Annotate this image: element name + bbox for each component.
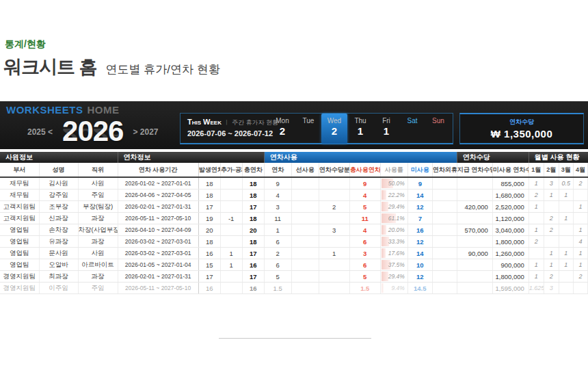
cell-m4: 1	[573, 259, 587, 271]
cell-total: 17	[242, 201, 264, 213]
usage-rate-bar	[382, 225, 386, 235]
cell-paid_allowance	[457, 177, 492, 190]
cell-allowance_part	[319, 236, 349, 248]
cell-m1: 1	[529, 201, 544, 213]
cell-unused_allowance: 1,595,000	[492, 283, 529, 294]
column-header-name: 성명	[39, 163, 78, 177]
this-week-label: This Week	[187, 118, 222, 126]
prev-year-button[interactable]: 2025 <	[27, 127, 53, 137]
cell-unused: 12	[407, 236, 432, 248]
status-table: 사원정보연차정보연차사용연차수당월별 사용 현황부서성명직위연차 사용기간발생연…	[0, 152, 588, 294]
cell-period: 2026-03-02 ~ 2027-03-01	[118, 236, 198, 248]
cell-period: 2026-04-06 ~ 2027-04-05	[118, 190, 198, 201]
cell-total: 18	[242, 177, 264, 190]
cell-adjust	[220, 271, 242, 283]
cell-adjust	[220, 190, 242, 201]
cell-usage_rate: 50.0%	[380, 177, 407, 190]
cell-extra_leave	[432, 190, 457, 201]
cell-extra_leave	[432, 283, 457, 294]
cell-pre_used	[291, 259, 319, 271]
cell-dept: 영업팀	[0, 248, 39, 259]
cell-m3: 1	[559, 248, 573, 259]
table-row: 재무팀김사원사원2026-01-02 ~ 2027-01-0118189950.…	[0, 177, 588, 190]
cell-granted: 19	[198, 213, 220, 224]
cell-used: 1.5	[264, 283, 291, 294]
cell-paid_allowance	[457, 283, 492, 294]
cell-period: 2026-05-11 ~ 2027-05-10	[118, 283, 198, 294]
cell-dept: 경영지원팀	[0, 283, 39, 294]
cell-dept: 고객지원팀	[0, 213, 39, 224]
cell-m3	[559, 201, 573, 213]
day-label: Sun	[425, 117, 451, 125]
cell-m2: 1	[544, 190, 559, 201]
cell-position: 주임	[78, 283, 118, 294]
cell-m2: 3	[544, 177, 559, 190]
group-header-leave-info: 연차정보	[118, 152, 264, 163]
cell-paid_allowance: 570,000	[457, 224, 492, 236]
cell-total: 16	[242, 283, 264, 294]
cell-total_used: 4	[349, 190, 380, 201]
this-week-info: This Weekㅣ주간 휴가자 현황 2026-07-06 ~ 2026-07…	[181, 114, 264, 143]
cell-total_used: 6	[349, 236, 380, 248]
cell-granted: 15	[198, 259, 220, 271]
cell-unused_allowance: 1,120,000	[492, 213, 529, 224]
cell-unused_allowance: 1,800,000	[492, 236, 529, 248]
cell-used: 3	[264, 201, 291, 213]
cell-m3: 1	[559, 190, 573, 201]
cell-name: 조부장	[39, 201, 78, 213]
cell-paid_allowance	[457, 213, 492, 224]
cell-total_used: 5	[349, 201, 380, 213]
cell-adjust	[220, 224, 242, 236]
cell-usage_rate: 37.5%	[380, 259, 407, 271]
cell-unused_allowance: 2,520,000	[492, 201, 529, 213]
cell-used: 6	[264, 236, 291, 248]
column-header-unused: 미사용	[407, 163, 432, 177]
cell-pre_used	[291, 213, 319, 224]
cell-granted: 18	[198, 177, 220, 190]
day-label: Fri	[373, 117, 399, 125]
column-header-dept: 부서	[0, 163, 39, 177]
cell-paid_allowance: 420,000	[457, 201, 492, 213]
cell-m2: 1	[544, 259, 559, 271]
cell-pre_used	[291, 224, 319, 236]
cell-adjust	[220, 177, 242, 190]
cell-unused: 9	[407, 177, 432, 190]
cell-unused: 14	[407, 248, 432, 259]
group-header-employee-info: 사원정보	[0, 152, 118, 163]
cell-usage_rate: 29.4%	[380, 201, 407, 213]
cell-used: 1	[264, 224, 291, 236]
day-label: Sat	[399, 117, 425, 125]
cell-used: 9	[264, 177, 291, 190]
cell-pre_used	[291, 236, 319, 248]
cell-position: 차장(사업부장)	[78, 224, 118, 236]
cell-dept: 영업팀	[0, 224, 39, 236]
cell-allowance_part	[319, 259, 349, 271]
cell-adjust	[220, 236, 242, 248]
cell-pre_used	[291, 283, 319, 294]
cell-extra_leave	[432, 201, 457, 213]
cell-period: 2026-03-02 ~ 2027-03-01	[118, 248, 198, 259]
day-count: 1	[347, 125, 373, 138]
cell-adjust: 1	[220, 259, 242, 271]
day-count: 1	[373, 125, 399, 138]
next-year-button[interactable]: > 2027	[133, 127, 158, 137]
table-row: 영업팀오알바아르바이트2026-01-05 ~ 2027-01-04151166…	[0, 259, 588, 271]
cell-m3	[559, 224, 573, 236]
cell-unused: 14	[407, 190, 432, 201]
cell-position: 사원	[78, 248, 118, 259]
cell-position: 부장(팀장)	[78, 201, 118, 213]
day-cell-mon: Mon2	[269, 114, 295, 144]
cell-allowance_part: 3	[319, 224, 349, 236]
cell-unused_allowance: 900,000	[492, 259, 529, 271]
column-header-adjust: 추가-공제	[220, 163, 242, 177]
cell-used: 2	[264, 248, 291, 259]
table-row: 고객지원팀조부장부장(팀장)2026-02-01 ~ 2027-01-31171…	[0, 201, 588, 213]
cell-total_used: 9	[349, 177, 380, 190]
day-cell-sun: Sun	[425, 114, 451, 144]
day-cell-sat: Sat	[399, 114, 425, 144]
brand-title: WORKSHEETSHOME	[6, 104, 120, 116]
column-header-granted: 발생연차	[198, 163, 220, 177]
cell-position: 사원	[78, 177, 118, 190]
cell-unused: 14.5	[407, 283, 432, 294]
cell-pre_used	[291, 177, 319, 190]
